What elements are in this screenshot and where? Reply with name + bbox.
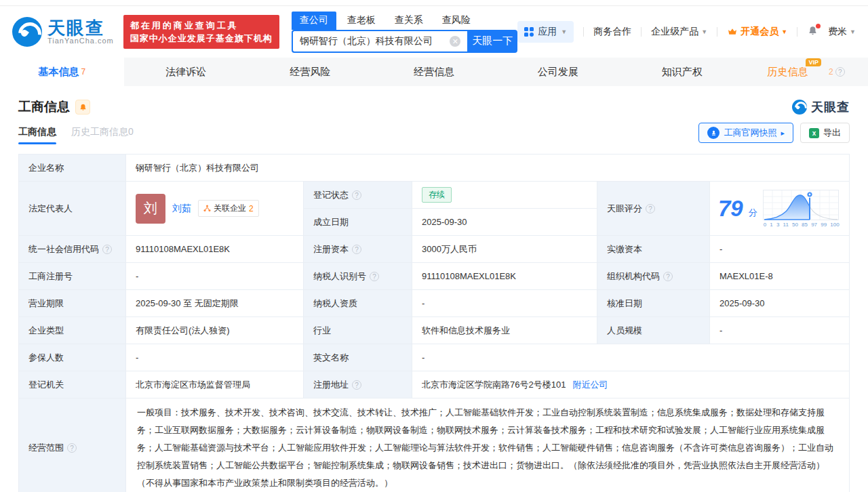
- field-label-taxpayer-quality: 纳税人资质: [304, 290, 412, 317]
- field-label-credit-code: 统一社会信用代码?: [19, 236, 126, 263]
- company-page-tabs: 基本信息7 法律诉讼 经营风险 经营信息 公司发展 知识产权 历史信息 VIP …: [0, 58, 868, 86]
- subscribe-alert-button[interactable]: [75, 100, 90, 115]
- search-area: 查公司 查老板 查关系 查风险 ✕ 天眼一下: [292, 12, 518, 53]
- help-icon[interactable]: ?: [352, 190, 361, 200]
- field-label-registered-address: 注册地址?: [304, 371, 412, 398]
- help-icon[interactable]: ?: [67, 443, 77, 453]
- help-icon[interactable]: ?: [663, 272, 673, 281]
- field-label-registration-status: 登记状态?: [304, 182, 412, 209]
- field-value-company-type: 有限责任公司(法人独资): [126, 317, 304, 344]
- tab-business-info[interactable]: 经营信息: [372, 58, 496, 86]
- field-value-tianyan-score[interactable]: 79 分: [710, 182, 849, 236]
- apps-menu[interactable]: 应用 ▼: [517, 21, 574, 43]
- score-distribution-chart: 013 115085 9799100: [763, 190, 840, 228]
- field-value-industry: 软件和信息技术服务业: [412, 317, 597, 344]
- subtab-business-info[interactable]: 工商信息: [18, 126, 56, 144]
- help-icon[interactable]: ?: [370, 272, 379, 281]
- help-icon[interactable]: ?: [352, 380, 361, 390]
- field-label-taxpayer-id: 纳税人识别号?: [304, 263, 412, 290]
- stamp-icon: [707, 127, 719, 139]
- nearby-companies-link[interactable]: 附近公司: [572, 379, 608, 391]
- field-label-tianyan-score: 天眼评分?: [597, 182, 710, 236]
- score-chart-axis: 013 115085 9799100: [763, 222, 840, 228]
- divider: [583, 27, 584, 37]
- field-label-industry: 行业: [304, 317, 412, 344]
- divider: [641, 27, 642, 37]
- main-content: 工商信息 天眼查 工商信息 历史工商信息0 工商官网快照 ▸ x 导出: [0, 98, 868, 492]
- related-companies-badge[interactable]: 关联企业 2: [198, 200, 259, 217]
- tianyancha-logo-icon: [12, 17, 42, 47]
- status-badge: 存续: [422, 187, 452, 203]
- field-value-taxpayer-quality: -: [412, 290, 597, 317]
- field-label-staff-size: 人员规模: [597, 317, 710, 344]
- avatar[interactable]: 刘: [136, 194, 165, 224]
- promo-line1: 都在用的商业查询工具: [130, 19, 273, 32]
- tab-legal-proceedings[interactable]: 法律诉讼: [124, 58, 248, 86]
- promo-banner: 都在用的商业查询工具 国家中小企业发展子基金旗下机构: [123, 15, 279, 49]
- field-value-registered-capital: 3000万人民币: [412, 236, 597, 263]
- search-tab-relation[interactable]: 查关系: [387, 12, 431, 30]
- field-value-taxpayer-id: 91110108MAEXL01E8K: [412, 263, 597, 290]
- tianyancha-logo[interactable]: 天眼查 TianYanCha.com: [12, 17, 114, 47]
- tab-basic-info[interactable]: 基本信息7: [0, 58, 124, 86]
- nav-open-vip[interactable]: 开通会员 ▼: [727, 26, 787, 38]
- field-label-registration-number: 工商注册号: [19, 263, 126, 290]
- vip-badge: VIP: [806, 58, 821, 66]
- bell-icon: [79, 103, 87, 112]
- field-label-business-scope: 经营范围?: [19, 398, 126, 492]
- apps-grid-icon: [524, 27, 534, 37]
- chevron-down-icon: ▼: [561, 28, 567, 35]
- field-value-org-code: MAEXL01E-8: [710, 263, 849, 290]
- nav-enterprise-products[interactable]: 企业级产品 ▼: [651, 26, 707, 38]
- field-value-staff-size: -: [710, 317, 849, 344]
- help-icon[interactable]: ?: [352, 245, 361, 254]
- chevron-down-icon: ▼: [850, 28, 856, 35]
- clear-search-icon[interactable]: ✕: [450, 36, 460, 47]
- field-value-insured-count: -: [126, 344, 304, 371]
- divider: [797, 27, 797, 37]
- field-label-legal-representative: 法定代表人: [19, 182, 126, 236]
- field-value-registration-number: -: [126, 263, 304, 290]
- brand-domain: TianYanCha.com: [47, 37, 114, 45]
- field-label-insured-count: 参保人数: [19, 344, 126, 371]
- tab-operation-risk[interactable]: 经营风险: [248, 58, 372, 86]
- field-label-english-name: 英文名称: [304, 344, 412, 371]
- header-nav: 应用 ▼ 商务合作 企业级产品 ▼ 开通会员 ▼ 费米 ▼: [517, 21, 856, 43]
- field-value-business-scope: 一般项目：技术服务、技术开发、技术咨询、技术交流、技术转让、技术推广；人工智能基…: [126, 398, 849, 492]
- site-header: 天眼查 TianYanCha.com 都在用的商业查询工具 国家中小企业发展子基…: [0, 6, 868, 58]
- search-button[interactable]: 天眼一下: [467, 30, 517, 53]
- field-label-business-term: 营业期限: [19, 290, 126, 317]
- field-value-registration-authority: 北京市海淀区市场监督管理局: [126, 371, 304, 398]
- tianyancha-logo-icon: [792, 100, 807, 115]
- search-tab-boss[interactable]: 查老板: [339, 12, 384, 30]
- crown-icon: [727, 26, 738, 37]
- field-label-registration-authority: 登记机关: [19, 371, 126, 398]
- search-tab-risk[interactable]: 查风险: [434, 12, 479, 30]
- divider: [717, 27, 717, 37]
- search-input[interactable]: [292, 30, 468, 53]
- export-button[interactable]: x 导出: [800, 123, 850, 143]
- subtab-history-business-info[interactable]: 历史工商信息0: [71, 126, 134, 144]
- tab-intellectual-property[interactable]: 知识产权: [620, 58, 744, 86]
- field-value-registered-address: 北京市海淀区学院南路76号2号楼101 附近公司: [412, 371, 849, 398]
- field-label-paid-capital: 实缴资本: [597, 236, 710, 263]
- score-value: 79: [718, 197, 743, 220]
- help-icon[interactable]: ?: [102, 245, 112, 254]
- tab-history-info[interactable]: 历史信息 VIP 2 ?: [744, 58, 868, 86]
- score-unit: 分: [749, 207, 757, 219]
- help-icon[interactable]: ?: [835, 67, 845, 77]
- notifications-button[interactable]: [807, 25, 818, 39]
- legal-rep-link[interactable]: 刘茹: [172, 203, 191, 215]
- search-tab-company[interactable]: 查公司: [292, 12, 336, 30]
- help-icon[interactable]: ?: [646, 204, 655, 213]
- search-tabs: 查公司 查老板 查关系 查风险: [292, 12, 518, 30]
- chevron-down-icon: ▼: [781, 28, 787, 35]
- section-watermark-logo: 天眼查: [792, 99, 850, 115]
- official-snapshot-button[interactable]: 工商官网快照 ▸: [698, 123, 793, 143]
- tab-company-development[interactable]: 公司发展: [496, 58, 620, 86]
- user-menu[interactable]: 费米 ▼: [828, 26, 856, 38]
- field-label-company-name: 企业名称: [19, 155, 126, 182]
- nav-cooperation[interactable]: 商务合作: [593, 26, 631, 38]
- notification-dot: [816, 24, 821, 28]
- promo-line2: 国家中小企业发展子基金旗下机构: [130, 32, 273, 45]
